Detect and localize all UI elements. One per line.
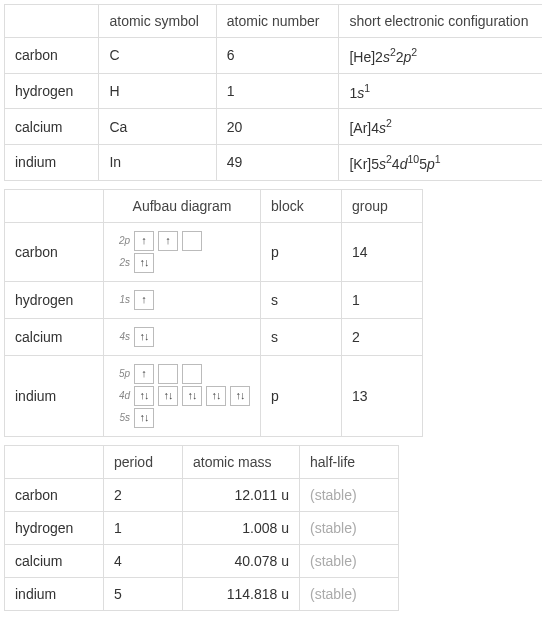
subshell-label: 2p	[114, 235, 130, 246]
table-row: hydrogen H 1 1s1	[5, 73, 543, 109]
header-period: period	[104, 445, 183, 478]
header-blank	[5, 5, 99, 38]
period-value: 2	[104, 478, 183, 511]
subshell-label: 4s	[114, 331, 130, 342]
table-row: carbon C 6 [He]2s22p2	[5, 38, 543, 74]
element-name: indium	[5, 144, 99, 180]
subshell-label: 5s	[114, 412, 130, 423]
table-period-mass: period atomic mass half-life carbon 2 12…	[4, 445, 399, 611]
header-atomic-mass: atomic mass	[183, 445, 300, 478]
atomic-symbol: C	[99, 38, 216, 74]
element-name: hydrogen	[5, 511, 104, 544]
header-block: block	[261, 189, 342, 222]
table-row: carbon 2p↑↑ 2s↑↓ p 14	[5, 222, 423, 281]
table-row: calcium 4 40.078 u (stable)	[5, 544, 399, 577]
element-name: hydrogen	[5, 281, 104, 318]
atomic-number: 20	[216, 109, 339, 145]
table-row: indium 5p↑ 4d↑↓↑↓↑↓↑↓↑↓ 5s↑↓ p 13	[5, 355, 423, 436]
atomic-number: 1	[216, 73, 339, 109]
table-header-row: atomic symbol atomic number short electr…	[5, 5, 543, 38]
orbital-box: ↑	[158, 231, 178, 251]
half-life-value: (stable)	[300, 511, 399, 544]
element-name: calcium	[5, 109, 99, 145]
header-atomic-number: atomic number	[216, 5, 339, 38]
header-half-life: half-life	[300, 445, 399, 478]
electronic-config: [Kr]5s24d105p1	[339, 144, 542, 180]
orbital-box: ↑↓	[134, 253, 154, 273]
orbital-box: ↑↓	[206, 386, 226, 406]
atomic-symbol: Ca	[99, 109, 216, 145]
table-row: calcium Ca 20 [Ar]4s2	[5, 109, 543, 145]
element-name: carbon	[5, 478, 104, 511]
element-name: indium	[5, 577, 104, 610]
atomic-mass-value: 40.078 u	[183, 544, 300, 577]
orbital-box: ↑	[134, 231, 154, 251]
orbital-box: ↑↓	[134, 327, 154, 347]
table-row: indium 5 114.818 u (stable)	[5, 577, 399, 610]
half-life-value: (stable)	[300, 577, 399, 610]
element-name: indium	[5, 355, 104, 436]
header-blank	[5, 189, 104, 222]
subshell-label: 5p	[114, 368, 130, 379]
element-name: calcium	[5, 318, 104, 355]
subshell-label: 2s	[114, 257, 130, 268]
orbital-box: ↑↓	[158, 386, 178, 406]
half-life-value: (stable)	[300, 544, 399, 577]
group-value: 2	[342, 318, 423, 355]
orbital-box: ↑↓	[182, 386, 202, 406]
orbital-box: ↑↓	[134, 386, 154, 406]
group-value: 1	[342, 281, 423, 318]
orbital-box: ↑	[134, 364, 154, 384]
table-row: carbon 2 12.011 u (stable)	[5, 478, 399, 511]
aufbau-diagram: 1s↑	[104, 281, 261, 318]
orbital-box	[158, 364, 178, 384]
element-name: carbon	[5, 38, 99, 74]
element-name: hydrogen	[5, 73, 99, 109]
period-value: 1	[104, 511, 183, 544]
atomic-number: 49	[216, 144, 339, 180]
table-header-row: Aufbau diagram block group	[5, 189, 423, 222]
atomic-mass-value: 12.011 u	[183, 478, 300, 511]
table-row: hydrogen 1s↑ s 1	[5, 281, 423, 318]
atomic-mass-value: 114.818 u	[183, 577, 300, 610]
period-value: 4	[104, 544, 183, 577]
group-value: 13	[342, 355, 423, 436]
header-group: group	[342, 189, 423, 222]
orbital-box: ↑	[134, 290, 154, 310]
header-electronic-config: short electronic configuration	[339, 5, 542, 38]
orbital-box	[182, 231, 202, 251]
orbital-box: ↑↓	[230, 386, 250, 406]
table-header-row: period atomic mass half-life	[5, 445, 399, 478]
atomic-number: 6	[216, 38, 339, 74]
table-row: calcium 4s↑↓ s 2	[5, 318, 423, 355]
header-aufbau: Aufbau diagram	[104, 189, 261, 222]
group-value: 14	[342, 222, 423, 281]
aufbau-diagram: 5p↑ 4d↑↓↑↓↑↓↑↓↑↓ 5s↑↓	[104, 355, 261, 436]
block-value: p	[261, 222, 342, 281]
atomic-mass-value: 1.008 u	[183, 511, 300, 544]
subshell-label: 4d	[114, 390, 130, 401]
aufbau-diagram: 2p↑↑ 2s↑↓	[104, 222, 261, 281]
orbital-box	[182, 364, 202, 384]
subshell-label: 1s	[114, 294, 130, 305]
table-row: hydrogen 1 1.008 u (stable)	[5, 511, 399, 544]
block-value: s	[261, 318, 342, 355]
element-name: calcium	[5, 544, 104, 577]
header-atomic-symbol: atomic symbol	[99, 5, 216, 38]
electronic-config: [He]2s22p2	[339, 38, 542, 74]
header-blank	[5, 445, 104, 478]
table-aufbau: Aufbau diagram block group carbon 2p↑↑ 2…	[4, 189, 423, 437]
block-value: p	[261, 355, 342, 436]
table-basic-properties: atomic symbol atomic number short electr…	[4, 4, 542, 181]
atomic-symbol: In	[99, 144, 216, 180]
electronic-config: 1s1	[339, 73, 542, 109]
period-value: 5	[104, 577, 183, 610]
element-name: carbon	[5, 222, 104, 281]
atomic-symbol: H	[99, 73, 216, 109]
table-row: indium In 49 [Kr]5s24d105p1	[5, 144, 543, 180]
orbital-box: ↑↓	[134, 408, 154, 428]
aufbau-diagram: 4s↑↓	[104, 318, 261, 355]
electronic-config: [Ar]4s2	[339, 109, 542, 145]
block-value: s	[261, 281, 342, 318]
half-life-value: (stable)	[300, 478, 399, 511]
